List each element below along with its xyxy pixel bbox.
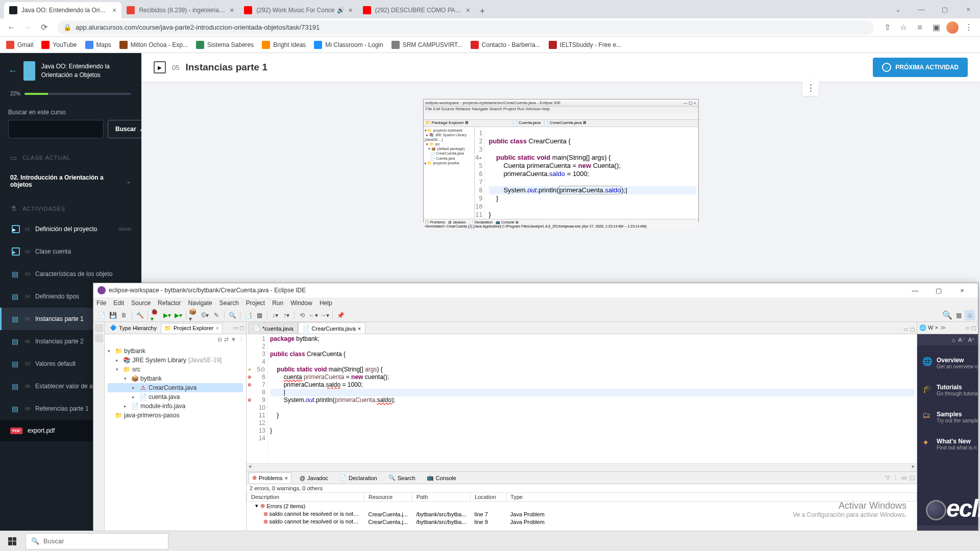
new-package-icon[interactable]: 📦▾ bbox=[189, 310, 199, 320]
menu-window[interactable]: Window bbox=[290, 299, 312, 307]
new-tab-button[interactable]: + bbox=[475, 4, 489, 18]
type-hierarchy-tab[interactable]: 🔷 Type Hierarchy bbox=[107, 323, 160, 333]
star-icon[interactable]: ☆ bbox=[896, 20, 911, 35]
zoom-out-icon[interactable]: A⁻ bbox=[958, 337, 965, 343]
maximize-icon[interactable]: ▢ bbox=[910, 474, 915, 481]
lesson-video[interactable]: eclipse-workspace - proyecto-bytebank/sr… bbox=[310, 99, 812, 222]
forward-history-icon[interactable]: →▾ bbox=[320, 310, 330, 320]
tree-module[interactable]: ▸📄module-info.java bbox=[108, 402, 243, 411]
close-icon[interactable]: × bbox=[215, 325, 218, 331]
maximize-button[interactable]: ▢ bbox=[933, 0, 957, 18]
browser-tab[interactable]: Recibidos (8.239) - ingenieriaagri × bbox=[121, 2, 239, 18]
next-annotation-icon[interactable]: ↓▾ bbox=[270, 310, 280, 320]
menu-help[interactable]: Help bbox=[320, 299, 332, 307]
view-menu-icon[interactable]: ⋮ bbox=[893, 474, 898, 481]
browser-tab-active[interactable]: Java OO: Entendiendo la Orienta × bbox=[4, 2, 121, 18]
menu-navigate[interactable]: Navigate bbox=[188, 299, 212, 307]
open-perspective-icon[interactable]: ▦ bbox=[953, 310, 964, 320]
close-button[interactable]: × bbox=[957, 0, 980, 18]
filter-icon[interactable]: ▽ bbox=[886, 474, 890, 481]
bookmark-bright[interactable]: Bright Ideas bbox=[262, 41, 306, 49]
minimize-icon[interactable]: ▭ bbox=[901, 474, 906, 481]
minimize-button[interactable]: — bbox=[903, 283, 927, 297]
run-icon[interactable]: ▶▾ bbox=[162, 310, 172, 320]
reload-button[interactable]: ⟳ bbox=[37, 20, 51, 35]
filter-icon[interactable]: ▼ bbox=[231, 336, 236, 342]
zoom-in-icon[interactable]: A⁺ bbox=[968, 337, 975, 343]
prev-annotation-icon[interactable]: ↑▾ bbox=[281, 310, 291, 320]
toggle-block-icon[interactable]: ▦ bbox=[254, 310, 264, 320]
menu-file[interactable]: File bbox=[96, 299, 106, 307]
col-path[interactable]: Path bbox=[412, 493, 470, 502]
tree-project[interactable]: 📁java-primeros-pasos bbox=[108, 411, 243, 420]
chevron-down-icon[interactable]: ⌄ bbox=[886, 0, 910, 18]
problems-tab[interactable]: ⊗Problems × bbox=[249, 472, 291, 483]
chapter-toggle[interactable]: 02. Introducción a Orientación a objetos… bbox=[0, 167, 141, 195]
close-icon[interactable]: × bbox=[230, 6, 234, 14]
profile-button[interactable] bbox=[945, 20, 960, 35]
bookmark-saberes[interactable]: Sistema Saberes bbox=[196, 41, 254, 49]
tree-src[interactable]: ▾📁src bbox=[108, 365, 243, 374]
back-history-icon[interactable]: ←▾ bbox=[308, 310, 318, 320]
back-button[interactable]: ← bbox=[4, 20, 18, 35]
build-icon[interactable]: 🔨 bbox=[135, 310, 145, 320]
bookmark-maps[interactable]: Maps bbox=[85, 41, 111, 49]
close-icon[interactable]: × bbox=[349, 6, 353, 14]
eclipse-titlebar[interactable]: eclipse-workspace - bytbank/src/bytbank/… bbox=[93, 283, 978, 297]
bookmark-srm[interactable]: SRM CAMPUSVIRT... bbox=[391, 41, 462, 49]
debug-icon[interactable]: 🐞▾ bbox=[151, 310, 161, 320]
activity-item[interactable]: ▸01Definición del proyecto06min bbox=[0, 218, 141, 240]
save-all-icon[interactable]: 🗎 bbox=[119, 310, 129, 320]
next-activity-button[interactable]: →PRÓXIMA ACTIVIDAD bbox=[873, 58, 968, 77]
taskbar-search[interactable]: 🔍 Buscar bbox=[26, 533, 168, 549]
welcome-overview[interactable]: 🌐OverviewGet an overview o bbox=[920, 349, 975, 377]
menu-run[interactable]: Run bbox=[272, 299, 283, 307]
menu-button[interactable]: ⋮ bbox=[962, 20, 976, 35]
browser-tab[interactable]: (292) DESCUBRE CÓMO PASÉ DE × bbox=[358, 2, 475, 18]
bookmark-youtube[interactable]: YouTube bbox=[41, 41, 77, 49]
bookmark-ielts[interactable]: IELTSbuddy - Free e... bbox=[549, 41, 622, 49]
search-icon[interactable]: 🔍 bbox=[227, 310, 237, 320]
bookmark-milton[interactable]: Milton Ochoa - Exp... bbox=[119, 41, 188, 49]
back-arrow-icon[interactable]: ← bbox=[8, 66, 17, 77]
col-location[interactable]: Location bbox=[471, 493, 506, 502]
tree-file[interactable]: ▸📄cuenta.java bbox=[108, 392, 243, 402]
problem-row[interactable]: ⊗ saldo cannot be resolved or is not a f… bbox=[247, 510, 917, 518]
java-perspective-icon[interactable]: ♨ bbox=[965, 310, 975, 320]
bookmark-classroom[interactable]: Mi Classroom - Login bbox=[314, 41, 383, 49]
project-explorer-tab[interactable]: 📁 Project Explorer × bbox=[161, 323, 223, 333]
javadoc-tab[interactable]: @ Javadoc bbox=[297, 473, 331, 483]
tree-jre[interactable]: ▸📚JRE System Library [JavaSE-19] bbox=[108, 356, 243, 365]
new-icon[interactable]: 📄 bbox=[96, 310, 107, 320]
activity-item[interactable]: ▸02Clase cuenta bbox=[0, 240, 141, 263]
tree-file-selected[interactable]: ▸⚠CrearCuenta.java bbox=[108, 383, 243, 392]
last-edit-icon[interactable]: ⟲ bbox=[297, 310, 307, 320]
console-tab[interactable]: 📺 Console bbox=[424, 473, 459, 483]
declaration-tab[interactable]: 📄 Declaration bbox=[336, 473, 380, 483]
menu-edit[interactable]: Edit bbox=[113, 299, 124, 307]
maximize-icon[interactable]: ▢ bbox=[910, 327, 915, 332]
open-type-icon[interactable]: ✎ bbox=[211, 310, 222, 320]
kebab-menu[interactable] bbox=[802, 80, 819, 96]
start-button[interactable] bbox=[0, 531, 24, 552]
maximize-button[interactable]: ▢ bbox=[927, 283, 950, 297]
course-search-input[interactable] bbox=[8, 120, 104, 138]
reading-list-icon[interactable]: ≡ bbox=[913, 20, 927, 35]
search-button[interactable]: Buscar↗ bbox=[108, 120, 141, 138]
view-menu-icon[interactable]: ⋮ bbox=[238, 336, 244, 343]
new-class-icon[interactable]: ©▾ bbox=[200, 310, 210, 320]
browser-tab[interactable]: (292) Work Music For Conce 🔊 × bbox=[239, 2, 357, 18]
horizontal-scrollbar[interactable] bbox=[247, 463, 917, 471]
minimize-button[interactable]: — bbox=[910, 0, 933, 18]
close-icon[interactable]: × bbox=[466, 6, 470, 14]
welcome-samples[interactable]: 🗂SamplesTry out the sample bbox=[920, 404, 975, 431]
share-icon[interactable]: ⇧ bbox=[880, 20, 894, 35]
restore-view-icon[interactable] bbox=[95, 334, 103, 342]
code-editor[interactable]: ●⊗⊗⊗ 12345⊝67891011121314 package bytban… bbox=[247, 334, 917, 463]
save-icon[interactable]: 💾 bbox=[108, 310, 118, 320]
tree-project[interactable]: ▾📁bytbank bbox=[108, 346, 243, 356]
menu-search[interactable]: Search bbox=[219, 299, 239, 307]
restore-view-icon[interactable] bbox=[95, 324, 103, 332]
bookmark-barberia[interactable]: Contacto - Barbería... bbox=[471, 41, 541, 49]
collapse-all-icon[interactable]: ⊟ bbox=[217, 336, 222, 343]
